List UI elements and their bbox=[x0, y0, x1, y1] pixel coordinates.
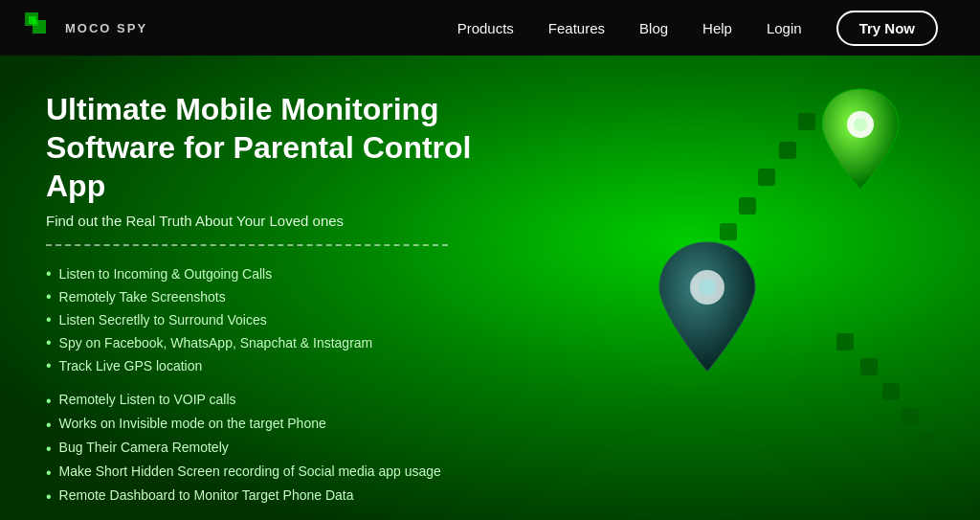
svg-rect-8 bbox=[836, 333, 854, 350]
features-list-2: Remotely Listen to VOIP calls Works on I… bbox=[46, 392, 524, 506]
svg-rect-5 bbox=[758, 169, 775, 186]
svg-rect-2 bbox=[29, 16, 36, 24]
try-now-button[interactable]: Try Now bbox=[836, 11, 938, 46]
nav-links: Products Features Blog Help Login Try No… bbox=[457, 11, 938, 46]
logo-area: MOCO SPY bbox=[23, 11, 147, 45]
hero-title: Ultimate Mobile Monitoring Software for … bbox=[46, 90, 524, 205]
svg-rect-4 bbox=[779, 142, 796, 159]
hero-divider bbox=[46, 244, 448, 246]
hero-subtitle: Find out the Real Truth About Your Loved… bbox=[46, 213, 524, 229]
hero-content: Ultimate Mobile Monitoring Software for … bbox=[46, 90, 524, 511]
feature-item-8: Bug Their Camera Remotely bbox=[46, 440, 524, 458]
pin-teal-icon bbox=[655, 237, 760, 376]
pin-green-icon bbox=[817, 84, 903, 194]
svg-rect-12 bbox=[919, 433, 936, 450]
svg-rect-9 bbox=[860, 358, 878, 375]
svg-rect-10 bbox=[882, 383, 900, 400]
feature-item-7: Works on Invisible mode on the target Ph… bbox=[46, 416, 524, 434]
feature-item-5: Track Live GPS location bbox=[46, 357, 524, 374]
pins-area bbox=[501, 56, 980, 520]
svg-point-14 bbox=[854, 118, 867, 131]
svg-rect-11 bbox=[902, 408, 919, 425]
logo-icon bbox=[23, 11, 57, 45]
nav-help[interactable]: Help bbox=[702, 20, 732, 36]
svg-rect-6 bbox=[739, 197, 756, 215]
hero-section: Ultimate Mobile Monitoring Software for … bbox=[0, 56, 980, 520]
features-list-1: Listen to Incoming & Outgoing Calls Remo… bbox=[46, 265, 524, 374]
feature-item-2: Remotely Take Screenshots bbox=[46, 288, 524, 305]
nav-blog[interactable]: Blog bbox=[639, 20, 668, 36]
nav-products[interactable]: Products bbox=[457, 20, 514, 36]
feature-item-3: Listen Secretlly to Surround Voices bbox=[46, 311, 524, 328]
nav-features[interactable]: Features bbox=[548, 20, 605, 36]
feature-item-1: Listen to Incoming & Outgoing Calls bbox=[46, 265, 524, 283]
svg-rect-3 bbox=[798, 113, 815, 130]
feature-item-6: Remotely Listen to VOIP calls bbox=[46, 392, 524, 410]
feature-item-10: Remote Dashboard to Monitor Target Phone… bbox=[46, 487, 524, 506]
navbar: MOCO SPY Products Features Blog Help Log… bbox=[0, 0, 980, 56]
feature-item-4: Spy on Facebook, WhatsApp, Snapchat & In… bbox=[46, 334, 524, 351]
logo-text: MOCO SPY bbox=[65, 21, 147, 35]
svg-point-16 bbox=[699, 279, 716, 296]
nav-login[interactable]: Login bbox=[767, 20, 802, 36]
feature-item-9: Make Short Hidden Screen recording of So… bbox=[46, 463, 524, 482]
